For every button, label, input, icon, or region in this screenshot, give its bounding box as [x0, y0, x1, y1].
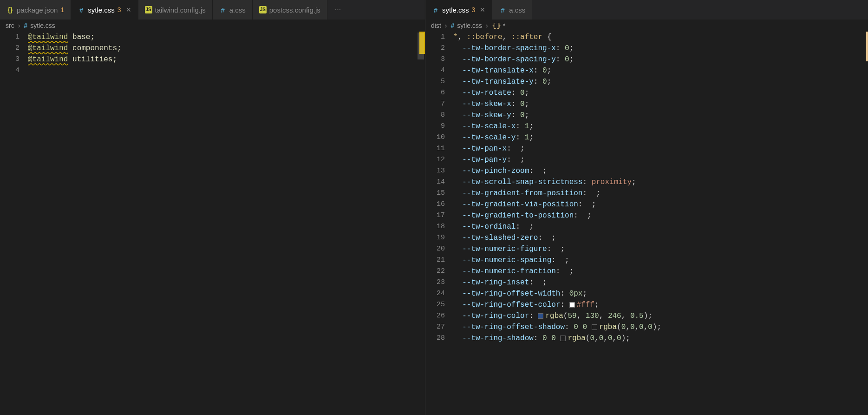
right-editor[interactable]: 1234567891011121314151617181920212223242… — [425, 32, 868, 415]
right-editor-pane: #sytle.css3✕#a.css dist › # sytle.css › … — [425, 0, 868, 415]
breadcrumb-file[interactable]: sytle.css — [30, 22, 55, 29]
minimap-modified-marker — [866, 32, 868, 61]
tab-label: a.css — [509, 6, 525, 14]
line-number: 19 — [425, 232, 445, 244]
line-number: 23 — [425, 277, 445, 288]
breadcrumb-selector[interactable]: * — [503, 22, 505, 29]
right-breadcrumb[interactable]: dist › # sytle.css › ⦃⦄ * — [425, 20, 868, 32]
css-file-icon: # — [432, 6, 439, 13]
breadcrumb-sep-icon: › — [18, 22, 20, 29]
close-icon[interactable]: ✕ — [126, 6, 131, 13]
code-line[interactable]: --tw-translate-x: 0; — [453, 65, 868, 76]
code-line[interactable]: --tw-ring-offset-width: 0px; — [453, 288, 868, 299]
code-line[interactable]: --tw-slashed-zero: ; — [453, 232, 868, 244]
code-line[interactable]: --tw-ring-inset: ; — [453, 277, 868, 288]
breadcrumb-root[interactable]: dist — [431, 22, 441, 29]
css-file-icon: # — [499, 6, 506, 13]
breadcrumb-root[interactable]: src — [6, 22, 14, 29]
right-code-area[interactable]: *, ::before, ::after { --tw-border-spaci… — [453, 32, 868, 415]
line-number: 4 — [0, 65, 20, 76]
line-number: 20 — [425, 244, 445, 255]
code-line[interactable]: --tw-border-spacing-x: 0; — [453, 43, 868, 54]
js-file-icon: JS — [259, 6, 267, 13]
line-number: 14 — [425, 177, 445, 188]
code-line[interactable]: --tw-pan-y: ; — [453, 154, 868, 165]
code-line[interactable]: --tw-rotate: 0; — [453, 87, 868, 99]
code-line[interactable]: --tw-gradient-from-position: ; — [453, 188, 868, 199]
code-line[interactable]: --tw-ordinal: ; — [453, 221, 868, 232]
right-tabs: #sytle.css3✕#a.css — [425, 0, 868, 20]
tab-label: a.css — [229, 6, 246, 14]
code-line[interactable]: --tw-numeric-spacing: ; — [453, 255, 868, 266]
line-number: 28 — [425, 333, 445, 344]
code-line[interactable]: --tw-scroll-snap-strictness: proximity; — [453, 177, 868, 188]
tab-modified-badge: 1 — [60, 6, 64, 13]
color-swatch-icon[interactable] — [592, 324, 597, 330]
left-editor[interactable]: 1234 @tailwind base;@tailwind components… — [0, 32, 425, 415]
left-breadcrumb[interactable]: src › # sytle.css — [0, 20, 425, 32]
line-number: 2 — [425, 43, 445, 54]
line-number: 1 — [425, 32, 445, 43]
css-file-icon: # — [78, 6, 85, 13]
code-line[interactable]: --tw-ring-offset-shadow: 0 0 rgba(0,0,0,… — [453, 322, 868, 333]
breadcrumb-file[interactable]: sytle.css — [457, 22, 482, 29]
color-swatch-icon[interactable] — [560, 336, 566, 341]
code-line[interactable]: --tw-numeric-fraction: ; — [453, 266, 868, 277]
tab-sytle-css[interactable]: #sytle.css3✕ — [425, 0, 492, 20]
line-number: 6 — [425, 87, 445, 99]
code-line[interactable]: --tw-scale-y: 1; — [453, 132, 868, 143]
minimap-viewport[interactable] — [418, 33, 424, 59]
code-line[interactable]: --tw-skew-y: 0; — [453, 110, 868, 121]
tab-label: tailwind.config.js — [155, 6, 206, 14]
code-line[interactable]: --tw-ring-shadow: 0 0 rgba(0,0,0,0); — [453, 333, 868, 344]
line-number: 1 — [0, 32, 20, 43]
tab-overflow-button[interactable]: ··· — [327, 0, 348, 20]
tab-a-css[interactable]: #a.css — [492, 0, 532, 20]
code-line[interactable]: --tw-numeric-figure: ; — [453, 244, 868, 255]
tab-a-css[interactable]: #a.css — [213, 0, 253, 20]
right-minimap[interactable] — [840, 32, 868, 415]
code-line[interactable]: @tailwind components; — [28, 43, 425, 54]
tab-label: package.json — [17, 6, 58, 14]
code-line[interactable] — [28, 65, 425, 76]
line-number: 11 — [425, 143, 445, 154]
color-swatch-icon[interactable] — [538, 313, 543, 319]
line-number: 18 — [425, 221, 445, 232]
tab-modified-badge: 3 — [117, 6, 121, 13]
code-line[interactable]: @tailwind base; — [28, 32, 425, 43]
line-number: 26 — [425, 310, 445, 322]
tab-sytle-css[interactable]: #sytle.css3✕ — [71, 0, 138, 20]
tab-label: sytle.css — [442, 6, 469, 14]
editor-container: {}package.json1#sytle.css3✕JStailwind.co… — [0, 0, 868, 415]
line-number: 17 — [425, 210, 445, 221]
code-line[interactable]: --tw-pinch-zoom: ; — [453, 165, 868, 177]
code-line[interactable]: --tw-skew-x: 0; — [453, 99, 868, 110]
left-code-area[interactable]: @tailwind base;@tailwind components;@tai… — [28, 32, 425, 415]
line-number: 24 — [425, 288, 445, 299]
code-line[interactable]: --tw-ring-color: rgba(59, 130, 246, 0.5)… — [453, 310, 868, 322]
code-line[interactable]: --tw-translate-y: 0; — [453, 76, 868, 87]
left-editor-pane: {}package.json1#sytle.css3✕JStailwind.co… — [0, 0, 425, 415]
tab-modified-badge: 3 — [472, 6, 476, 13]
code-line[interactable]: --tw-gradient-via-position: ; — [453, 199, 868, 210]
code-line[interactable]: *, ::before, ::after { — [453, 32, 868, 43]
js-file-icon: JS — [145, 6, 152, 13]
code-line[interactable]: --tw-ring-offset-color: #fff; — [453, 299, 868, 310]
code-line[interactable]: --tw-pan-x: ; — [453, 143, 868, 154]
line-number: 27 — [425, 322, 445, 333]
color-swatch-icon[interactable] — [569, 302, 575, 308]
line-number: 2 — [0, 43, 20, 54]
code-line[interactable]: @tailwind utilities; — [28, 54, 425, 65]
tab-postcss-config-js[interactable]: JSpostcss.config.js — [253, 0, 327, 20]
tab-package-json[interactable]: {}package.json1 — [0, 0, 71, 20]
code-line[interactable]: --tw-border-spacing-y: 0; — [453, 54, 868, 65]
tab-tailwind-config-js[interactable]: JStailwind.config.js — [138, 0, 213, 20]
code-line[interactable]: --tw-gradient-to-position: ; — [453, 210, 868, 221]
left-line-gutter: 1234 — [0, 32, 28, 415]
code-line[interactable]: --tw-scale-x: 1; — [453, 121, 868, 132]
json-file-icon: {} — [7, 6, 14, 13]
left-minimap[interactable] — [397, 32, 425, 415]
close-icon[interactable]: ✕ — [480, 6, 485, 13]
line-number: 12 — [425, 154, 445, 165]
css-file-icon: # — [450, 22, 454, 29]
